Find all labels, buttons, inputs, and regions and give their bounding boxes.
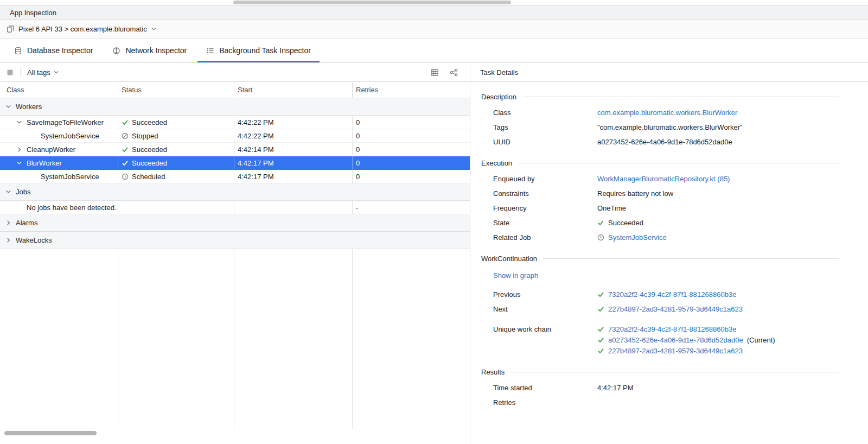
detail-row-next: Next227b4897-2ad3-4281-9579-3d6449c1a623	[481, 304, 839, 314]
detail-label: State	[493, 218, 597, 228]
clock-icon	[122, 173, 129, 180]
cell-retries: 0	[353, 170, 470, 183]
detail-link[interactable]: 227b4897-2ad3-4281-9579-3d6449c1a623	[608, 304, 743, 314]
table-row-systemjobservice[interactable]: SystemJobServiceScheduled4:42:17 PM0	[0, 170, 470, 183]
stop-inspector-icon[interactable]	[7, 69, 14, 76]
detail-text: Succeeded	[608, 218, 643, 228]
detail-link[interactable]: 7320a2f2-4c39-4c2f-87f1-881268860b3e	[608, 324, 736, 334]
group-label: Jobs	[16, 188, 30, 196]
detail-link[interactable]: a0273452-626e-4a06-9d1e-78d6d52dad0e	[608, 335, 743, 345]
detail-text: OneTime	[597, 203, 626, 213]
chevron-right-icon	[5, 220, 11, 226]
section-title-workcontinuation: WorkContinuation	[481, 255, 839, 263]
detail-row-related-job: Related JobSystemJobService	[481, 232, 839, 243]
detail-value: 7320a2f2-4c39-4c2f-87f1-881268860b3e	[597, 289, 839, 300]
detail-link[interactable]: com.example.bluromatic.workers.BlurWorke…	[597, 107, 737, 118]
detail-value: "com.example.bluromatic.workers.BlurWork…	[597, 122, 839, 132]
group-row-workers[interactable]: Workers	[0, 98, 470, 116]
detail-value: Requires battery not low	[597, 188, 839, 199]
check-icon	[122, 119, 129, 126]
detail-link[interactable]: 7320a2f2-4c39-4c2f-87f1-881268860b3e	[608, 289, 736, 300]
class-name: CleanupWorker	[27, 145, 75, 154]
detail-label: Tags	[493, 122, 597, 132]
task-list-toolbar: All tags	[0, 63, 470, 82]
app-inspection-window: App Inspection Pixel 6 API 33 > com.exam…	[0, 0, 868, 444]
action-link-row: Show in graph	[481, 271, 839, 280]
list-icon	[206, 47, 214, 55]
check-icon	[597, 347, 604, 354]
class-name: SystemJobService	[41, 173, 99, 181]
check-icon	[122, 146, 129, 153]
show-in-graph-link[interactable]: Show in graph	[493, 271, 538, 280]
chevron-down-icon	[16, 160, 22, 166]
detail-value: 4:42:17 PM	[597, 383, 839, 393]
detail-value: SystemJobService	[597, 232, 839, 243]
app-inspection-header: App Inspection	[0, 5, 868, 20]
stopped-icon	[122, 132, 129, 139]
table-row-systemjobservice[interactable]: SystemJobServiceStopped4:42:22 PM0	[0, 129, 470, 143]
cell-retries: -	[353, 201, 470, 214]
column-header-class[interactable]: Class	[0, 82, 118, 98]
table-row-no-jobs-have-been-detected[interactable]: No jobs have been detected.-	[0, 201, 470, 214]
group-label: Workers	[16, 103, 42, 111]
tab-label: Network Inspector	[125, 46, 187, 55]
table-row-saveimagetofileworker[interactable]: SaveImageToFileWorkerSucceeded4:42:22 PM…	[0, 116, 470, 129]
column-header-status[interactable]: Status	[118, 82, 234, 98]
column-header-retries[interactable]: Retries	[353, 82, 470, 98]
detail-link[interactable]: SystemJobService	[608, 232, 667, 243]
detail-link[interactable]: WorkManagerBluromaticRepository.kt (85)	[597, 174, 730, 184]
group-row-jobs[interactable]: Jobs	[0, 183, 470, 201]
chevron-down-icon	[151, 26, 157, 32]
device-process-label: Pixel 6 API 33 > com.example.bluromatic	[18, 25, 147, 33]
detail-row-tags: Tags"com.example.bluromatic.workers.Blur…	[481, 122, 839, 132]
top-scrollbar-thumb[interactable]	[233, 1, 511, 4]
detail-label: UUID	[493, 137, 597, 147]
table-row-cleanupworker[interactable]: CleanupWorkerSucceeded4:42:14 PM0	[0, 143, 470, 156]
task-table-body: WorkersSaveImageToFileWorkerSucceeded4:4…	[0, 98, 470, 429]
column-header-start[interactable]: Start	[234, 82, 353, 98]
status-text: Succeeded	[132, 159, 167, 167]
cell-status: Scheduled	[118, 170, 234, 183]
start-time: 4:42:17 PM	[238, 159, 274, 167]
group-row-wakelocks[interactable]: WakeLocks	[0, 232, 470, 249]
detail-text: 4:42:17 PM	[597, 383, 634, 393]
tab-network-inspector[interactable]: Network Inspector	[103, 39, 196, 62]
table-row-blurworker[interactable]: BlurWorkerSucceeded4:42:17 PM0	[0, 156, 470, 170]
tab-label: Background Task Inspector	[219, 46, 311, 55]
inspector-tabs: Database InspectorNetwork InspectorBackg…	[0, 39, 868, 63]
cell-retries: 0	[353, 129, 470, 142]
detail-row-previous: Previous7320a2f2-4c39-4c2f-87f1-88126886…	[481, 289, 839, 300]
tags-filter-label: All tags	[27, 68, 50, 77]
chevron-down-icon	[5, 104, 11, 110]
tags-filter-dropdown[interactable]: All tags	[27, 68, 59, 77]
cell-start: 4:42:22 PM	[234, 116, 353, 129]
table-view-icon[interactable]	[431, 68, 439, 77]
clock-icon	[597, 234, 604, 241]
detail-value: OneTime	[597, 203, 839, 213]
graph-view-icon[interactable]	[450, 68, 458, 77]
cell-class: BlurWorker	[0, 156, 118, 169]
detail-value: WorkManagerBluromaticRepository.kt (85)	[597, 174, 839, 184]
group-label: WakeLocks	[16, 236, 52, 244]
detail-label: Unique work chain	[493, 324, 597, 334]
retries-count: 0	[356, 118, 360, 126]
check-icon	[597, 337, 604, 344]
device-process-selector[interactable]: Pixel 6 API 33 > com.example.bluromatic	[0, 20, 868, 39]
cell-class: SaveImageToFileWorker	[0, 116, 118, 129]
device-icon	[7, 25, 15, 33]
detail-value	[597, 397, 839, 408]
detail-value: 7320a2f2-4c39-4c2f-87f1-881268860b3ea027…	[597, 324, 839, 356]
cell-status: Succeeded	[118, 156, 234, 169]
retries-count: 0	[356, 145, 360, 154]
retries-count: 0	[356, 159, 360, 167]
tab-background-task-inspector[interactable]: Background Task Inspector	[196, 39, 321, 62]
horizontal-scrollbar-thumb[interactable]	[4, 431, 97, 435]
group-row-alarms[interactable]: Alarms	[0, 214, 470, 232]
cell-start: 4:42:14 PM	[234, 143, 353, 156]
detail-row-uuid: UUIDa0273452-626e-4a06-9d1e-78d6d52dad0e	[481, 137, 839, 147]
chevron-down-icon	[5, 189, 11, 195]
tab-database-inspector[interactable]: Database Inspector	[4, 39, 103, 62]
detail-link[interactable]: 227b4897-2ad3-4281-9579-3d6449c1a623	[608, 346, 743, 356]
detail-row-retries: Retries	[481, 397, 839, 408]
task-details-header: Task Details	[470, 63, 868, 82]
